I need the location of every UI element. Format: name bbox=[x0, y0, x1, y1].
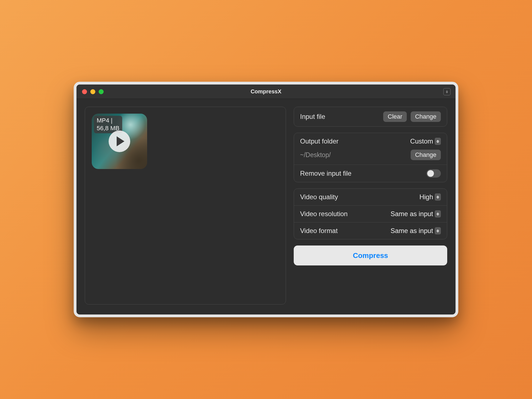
fullscreen-window-button[interactable] bbox=[99, 89, 104, 94]
updown-icon bbox=[435, 210, 441, 218]
compress-button[interactable]: Compress bbox=[294, 245, 447, 265]
output-mode-value: Custom bbox=[410, 137, 433, 145]
output-folder-label: Output folder bbox=[300, 137, 339, 145]
updown-icon bbox=[435, 193, 441, 201]
output-mode-select[interactable]: Custom bbox=[410, 137, 441, 145]
remove-input-toggle[interactable] bbox=[426, 169, 441, 178]
video-resolution-label: Video resolution bbox=[300, 210, 348, 218]
input-file-label: Input file bbox=[300, 113, 325, 121]
close-window-button[interactable] bbox=[82, 89, 87, 94]
pin-icon bbox=[445, 90, 449, 94]
clear-button[interactable]: Clear bbox=[383, 111, 407, 122]
video-quality-label: Video quality bbox=[300, 193, 338, 201]
video-format-select[interactable]: Same as input bbox=[391, 227, 441, 235]
pin-window-button[interactable] bbox=[443, 88, 451, 95]
change-output-button[interactable]: Change bbox=[411, 150, 441, 160]
video-format-value: Same as input bbox=[391, 227, 433, 235]
settings-panel: Input file Clear Change Output folder Cu… bbox=[294, 107, 447, 305]
output-folder-card: Output folder Custom ~/Desktop/ Change R… bbox=[294, 133, 447, 182]
file-drop-panel[interactable]: MP4 | 56,8 MB bbox=[85, 107, 286, 305]
video-settings-card: Video quality High Video resolution Same… bbox=[294, 188, 447, 239]
app-window: CompressX MP4 | 56,8 MB Input file Clear bbox=[74, 82, 458, 317]
video-quality-select[interactable]: High bbox=[420, 193, 441, 201]
remove-input-label: Remove input file bbox=[300, 170, 351, 177]
video-quality-value: High bbox=[420, 193, 433, 201]
content-area: MP4 | 56,8 MB Input file Clear Change bbox=[76, 99, 456, 314]
video-resolution-value: Same as input bbox=[391, 210, 433, 218]
play-icon[interactable] bbox=[109, 131, 130, 152]
file-format-label: MP4 | bbox=[97, 117, 119, 124]
input-file-card: Input file Clear Change bbox=[294, 107, 447, 127]
video-resolution-select[interactable]: Same as input bbox=[391, 210, 441, 218]
traffic-lights bbox=[82, 89, 104, 94]
updown-icon bbox=[435, 227, 441, 234]
window-title: CompressX bbox=[76, 88, 456, 95]
file-thumbnail[interactable]: MP4 | 56,8 MB bbox=[92, 114, 147, 169]
change-input-button[interactable]: Change bbox=[411, 111, 441, 122]
titlebar: CompressX bbox=[76, 85, 456, 99]
updown-icon bbox=[435, 138, 441, 145]
video-format-label: Video format bbox=[300, 227, 338, 235]
minimize-window-button[interactable] bbox=[90, 89, 95, 94]
output-path: ~/Desktop/ bbox=[300, 151, 331, 159]
